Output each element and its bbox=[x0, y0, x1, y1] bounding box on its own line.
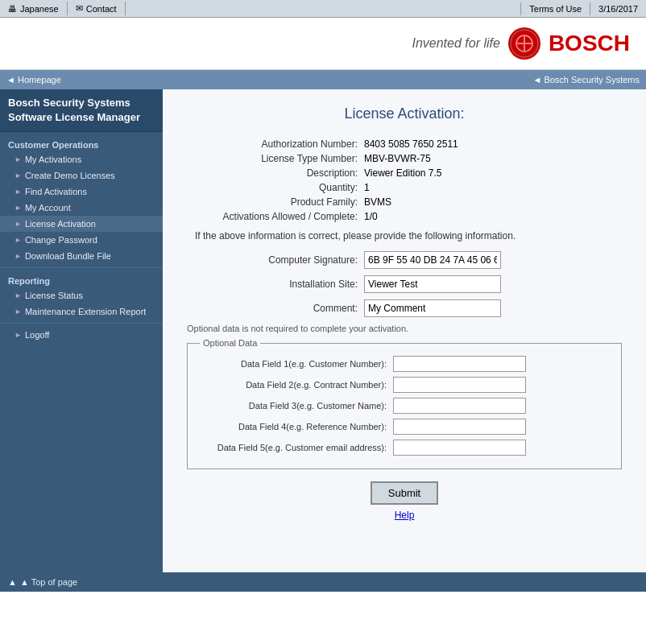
sidebar-item-license-status[interactable]: ► License Status bbox=[0, 287, 163, 303]
top-bar: 🖶 Japanese ✉ Contact Terms of Use 3/16/2… bbox=[0, 0, 646, 18]
signature-label: Computer Signature: bbox=[187, 254, 364, 266]
arrow-icon: ► bbox=[14, 220, 22, 228]
sidebar-item-download-bundle[interactable]: ► Download Bundle File bbox=[0, 248, 163, 264]
type-label: License Type Number: bbox=[187, 153, 364, 164]
installation-site-input[interactable] bbox=[364, 275, 501, 293]
optional-fieldset: Optional Data Data Field 1(e.g. Customer… bbox=[187, 338, 622, 469]
breadcrumb-bar: ◄ Homepage ◄ Bosch Security Systems bbox=[0, 70, 646, 89]
data-field-1-input[interactable] bbox=[393, 356, 526, 372]
form-section: Computer Signature: Installation Site: C… bbox=[187, 251, 622, 317]
info-row-activations: Activations Allowed / Complete: 1/0 bbox=[187, 211, 622, 222]
sidebar-title-line1: Bosch Security Systems bbox=[8, 96, 155, 110]
arrow-icon: ► bbox=[14, 291, 22, 299]
sidebar-title: Bosch Security Systems Software License … bbox=[0, 89, 163, 132]
info-row-auth: Authorization Number: 8403 5085 7650 251… bbox=[187, 138, 622, 150]
qty-label: Quantity: bbox=[187, 182, 364, 193]
info-row-qty: Quantity: 1 bbox=[187, 182, 622, 193]
info-table: Authorization Number: 8403 5085 7650 251… bbox=[187, 138, 622, 222]
contact-link[interactable]: ✉ Contact bbox=[68, 2, 126, 15]
data-field-5-label: Data Field 5(e.g. Customer email address… bbox=[200, 443, 393, 452]
optional-row-1: Data Field 1(e.g. Customer Number): bbox=[200, 356, 609, 372]
japanese-label: Japanese bbox=[20, 4, 59, 14]
data-field-3-label: Data Field 3(e.g. Customer Name): bbox=[200, 401, 393, 411]
comment-input[interactable] bbox=[364, 299, 501, 317]
instruction-text: If the above information is correct, ple… bbox=[187, 230, 622, 242]
my-activations-label: My Activations bbox=[25, 155, 81, 164]
sidebar-item-my-account[interactable]: ► My Account bbox=[0, 200, 163, 216]
maintenance-report-label: Maintenance Extension Report bbox=[25, 307, 146, 316]
reporting-section: Reporting bbox=[0, 271, 163, 287]
sidebar-item-logoff[interactable]: ► Logoff bbox=[0, 327, 163, 343]
sidebar-item-find-activations[interactable]: ► Find Activations bbox=[0, 184, 163, 200]
download-bundle-label: Download Bundle File bbox=[25, 251, 111, 261]
data-field-4-input[interactable] bbox=[393, 419, 526, 435]
optional-row-5: Data Field 5(e.g. Customer email address… bbox=[200, 440, 609, 456]
activations-value: 1/0 bbox=[364, 211, 378, 222]
date-value: 3/16/2017 bbox=[598, 4, 638, 14]
family-label: Product Family: bbox=[187, 196, 364, 208]
optional-row-4: Data Field 4(e.g. Reference Number): bbox=[200, 419, 609, 435]
top-bar-right: Terms of Use 3/16/2017 bbox=[520, 2, 646, 15]
japanese-link[interactable]: 🖶 Japanese bbox=[0, 2, 68, 15]
data-field-5-input[interactable] bbox=[393, 440, 526, 456]
data-field-1-label: Data Field 1(e.g. Customer Number): bbox=[200, 359, 393, 369]
contact-label: Contact bbox=[86, 4, 117, 14]
auth-label: Authorization Number: bbox=[187, 138, 364, 150]
license-activation-label: License Activation bbox=[25, 219, 96, 229]
date-display: 3/16/2017 bbox=[590, 2, 646, 15]
terms-label: Terms of Use bbox=[529, 4, 582, 14]
auth-value: 8403 5085 7650 2511 bbox=[364, 138, 458, 150]
sidebar-title-line2: Software License Manager bbox=[8, 110, 155, 125]
sidebar-divider bbox=[0, 267, 163, 268]
bosch-brand-text: BOSCH bbox=[549, 31, 630, 56]
bosch-security-breadcrumb[interactable]: ◄ Bosch Security Systems bbox=[532, 75, 640, 85]
brand-area: Invented for life BOSCH bbox=[412, 27, 630, 60]
arrow-icon: ► bbox=[14, 252, 22, 260]
sidebar: Bosch Security Systems Software License … bbox=[0, 89, 163, 572]
optional-row-2: Data Field 2(e.g. Contract Number): bbox=[200, 377, 609, 393]
main-layout: Bosch Security Systems Software License … bbox=[0, 89, 646, 572]
family-value: BVMS bbox=[364, 196, 391, 208]
desc-value: Viewer Edition 7.5 bbox=[364, 167, 442, 179]
installation-label: Installation Site: bbox=[187, 279, 364, 290]
form-row-signature: Computer Signature: bbox=[187, 251, 622, 269]
sidebar-item-license-activation[interactable]: ► License Activation bbox=[0, 216, 163, 232]
customer-ops-section: Customer Operations bbox=[0, 135, 163, 151]
info-row-desc: Description: Viewer Edition 7.5 bbox=[187, 167, 622, 179]
data-field-2-input[interactable] bbox=[393, 377, 526, 393]
sidebar-item-change-password[interactable]: ► Change Password bbox=[0, 232, 163, 248]
main-content: License Activation: Authorization Number… bbox=[163, 89, 646, 572]
computer-signature-input[interactable] bbox=[364, 251, 501, 269]
sidebar-item-create-demo[interactable]: ► Create Demo Licenses bbox=[0, 167, 163, 184]
arrow-icon: ► bbox=[14, 331, 22, 339]
homepage-breadcrumb[interactable]: ◄ Homepage bbox=[6, 75, 61, 85]
footer: ▲ ▲ Top of page bbox=[0, 572, 646, 592]
top-bar-left: 🖶 Japanese ✉ Contact bbox=[0, 2, 126, 15]
change-password-label: Change Password bbox=[25, 235, 97, 245]
data-field-3-input[interactable] bbox=[393, 398, 526, 414]
info-row-type: License Type Number: MBV-BVWR-75 bbox=[187, 153, 622, 164]
create-demo-label: Create Demo Licenses bbox=[25, 171, 115, 180]
header: Invented for life BOSCH bbox=[0, 18, 646, 70]
optional-legend: Optional Data bbox=[200, 338, 260, 348]
form-row-comment: Comment: bbox=[187, 299, 622, 317]
license-status-label: License Status bbox=[25, 291, 83, 300]
arrow-icon: ► bbox=[14, 171, 22, 180]
email-icon: ✉ bbox=[76, 3, 83, 14]
info-row-family: Product Family: BVMS bbox=[187, 196, 622, 208]
help-link[interactable]: Help bbox=[187, 510, 622, 521]
optional-text: Optional data is not required to complet… bbox=[187, 324, 622, 333]
tagline: Invented for life bbox=[412, 36, 499, 51]
sidebar-item-my-activations[interactable]: ► My Activations bbox=[0, 151, 163, 167]
top-of-page-link[interactable]: ▲ ▲ Top of page bbox=[8, 577, 77, 587]
form-row-installation: Installation Site: bbox=[187, 275, 622, 293]
submit-button[interactable]: Submit bbox=[371, 481, 438, 505]
arrow-icon: ► bbox=[14, 308, 22, 316]
submit-area: Submit Help bbox=[187, 481, 622, 521]
qty-value: 1 bbox=[364, 182, 370, 193]
arrow-icon: ► bbox=[14, 236, 22, 244]
page-title: License Activation: bbox=[187, 105, 622, 122]
activations-label: Activations Allowed / Complete: bbox=[187, 211, 364, 222]
sidebar-item-maintenance-report[interactable]: ► Maintenance Extension Report bbox=[0, 303, 163, 320]
terms-link[interactable]: Terms of Use bbox=[520, 2, 590, 15]
